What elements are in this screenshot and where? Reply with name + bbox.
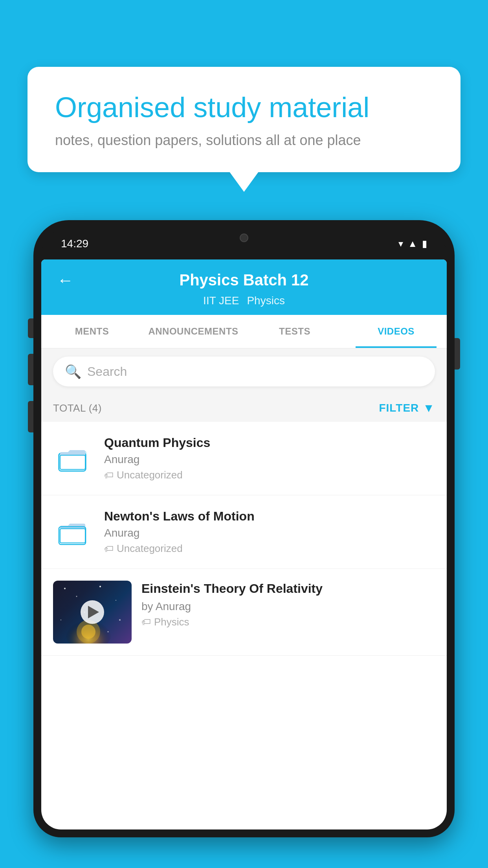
svg-point-14 [61,620,61,620]
bubble-subtitle: notes, question papers, solutions all at… [55,132,433,149]
volume-silent-button [28,318,33,338]
svg-point-8 [64,588,66,589]
svg-point-13 [119,619,121,621]
item-author: Anurag [104,453,435,466]
phone-notch [220,228,268,248]
item-info: Newton's Laws of Motion Anurag 🏷 Uncateg… [104,509,435,555]
tab-ments[interactable]: MENTS [41,315,143,348]
header-tags: IIT JEE Physics [57,294,431,315]
volume-up-button [28,354,33,385]
svg-point-18 [81,625,95,639]
item-title: Newton's Laws of Motion [104,509,435,524]
item-author: Anurag [104,527,435,539]
item-title: Quantum Physics [104,436,435,450]
phone-shell: 14:29 ▾ ▲ ▮ ← Physics Batch 12 IIT JEE P… [33,220,455,837]
camera [240,234,248,242]
video-thumbnail [53,581,132,644]
speech-bubble: Organised study material notes, question… [28,67,460,172]
item-tag: 🏷 Uncategorized [104,469,435,481]
item-thumbnail [53,445,92,472]
item-tag: 🏷 Uncategorized [104,542,435,555]
bubble-title: Organised study material [55,90,433,124]
volume-down-button [28,401,33,432]
item-info: Quantum Physics Anurag 🏷 Uncategorized [104,436,435,481]
search-placeholder: Search [87,364,127,379]
total-count: TOTAL (4) [53,402,102,414]
search-container: 🔍 Search [41,349,447,394]
phone-screen: ← Physics Batch 12 IIT JEE Physics MENTS… [41,259,447,829]
svg-point-10 [99,586,101,587]
item-title: Einstein's Theory Of Relativity [141,581,435,597]
video-list: Quantum Physics Anurag 🏷 Uncategorized [41,422,447,656]
folder-icon [57,518,88,546]
list-item[interactable]: Einstein's Theory Of Relativity by Anura… [41,569,447,656]
app-header: ← Physics Batch 12 IIT JEE Physics [41,259,447,315]
back-button[interactable]: ← [57,271,73,290]
tab-tests[interactable]: TESTS [244,315,345,348]
item-thumbnail [53,518,92,546]
list-item[interactable]: Newton's Laws of Motion Anurag 🏷 Uncateg… [41,495,447,569]
svg-point-9 [76,596,77,597]
search-icon: 🔍 [65,364,81,379]
play-icon [88,606,99,618]
svg-rect-6 [60,529,85,543]
tag-icon: 🏷 [104,543,114,554]
item-tag: 🏷 Physics [141,616,435,628]
battery-icon: ▮ [422,238,427,249]
power-button [455,338,460,370]
tag-physics: Physics [247,294,284,307]
tag-icon: 🏷 [104,470,114,481]
tag-icon: 🏷 [141,616,151,627]
status-bar: 14:29 ▾ ▲ ▮ [41,228,447,259]
filter-row: TOTAL (4) FILTER ▼ [41,394,447,422]
svg-point-11 [116,600,116,601]
play-button[interactable] [81,600,104,624]
tab-announcements[interactable]: ANNOUNCEMENTS [143,315,244,348]
filter-icon: ▼ [423,401,435,415]
wifi-icon: ▾ [398,238,403,249]
screen-title: Physics Batch 12 [179,271,308,289]
tabs-bar: MENTS ANNOUNCEMENTS TESTS VIDEOS [41,315,447,349]
tab-videos[interactable]: VIDEOS [345,315,447,348]
signal-icon: ▲ [408,238,417,249]
list-item[interactable]: Quantum Physics Anurag 🏷 Uncategorized [41,422,447,495]
status-time: 14:29 [61,237,88,250]
folder-icon [57,445,88,472]
search-box[interactable]: 🔍 Search [53,357,435,386]
item-info: Einstein's Theory Of Relativity by Anura… [141,581,435,628]
status-icons: ▾ ▲ ▮ [398,238,427,249]
item-author: by Anurag [141,600,435,613]
filter-button[interactable]: FILTER ▼ [379,401,435,415]
svg-rect-5 [60,455,85,469]
header-top: ← Physics Batch 12 [57,271,431,294]
phone-wrapper: 14:29 ▾ ▲ ▮ ← Physics Batch 12 IIT JEE P… [33,220,455,868]
filter-label: FILTER [379,402,419,414]
tag-iit-jee: IIT JEE [203,294,239,307]
